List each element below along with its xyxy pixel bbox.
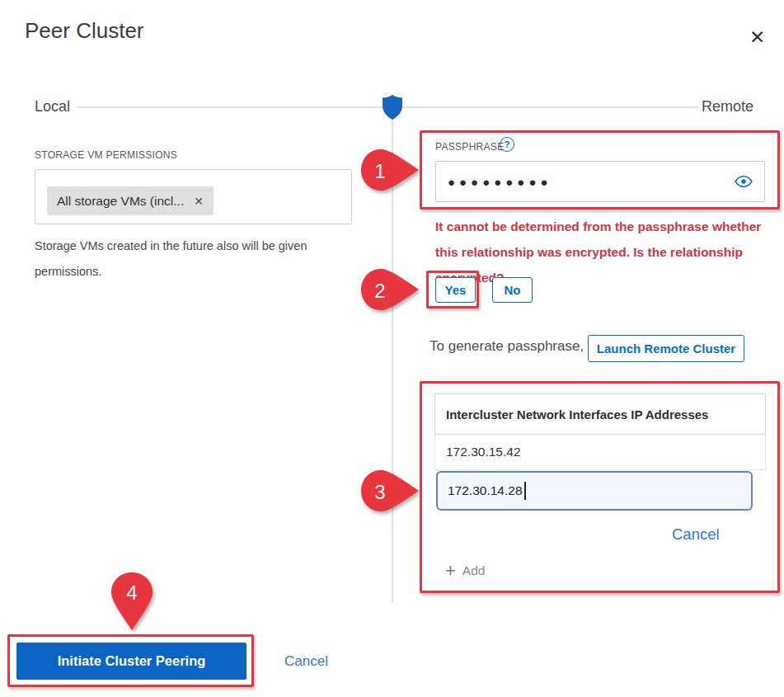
callout-pin-3: 3: [360, 469, 421, 516]
annotation-box-submit: [7, 634, 254, 687]
storage-vm-permissions-label: STORAGE VM PERMISSIONS: [35, 149, 177, 161]
footer-cancel-link[interactable]: Cancel: [284, 653, 328, 670]
generate-passphrase-text: To generate passphrase,: [430, 338, 584, 355]
storage-vm-tag-label: All storage VMs (incl...: [57, 194, 184, 209]
callout-pin-1: 1: [360, 148, 421, 195]
svg-text:2: 2: [374, 280, 385, 302]
svg-text:3: 3: [374, 481, 385, 503]
peer-cluster-dialog: Peer Cluster ✕ Local Remote STORAGE VM P…: [0, 0, 784, 697]
stepper-label-remote: Remote: [702, 98, 753, 115]
page-title: Peer Cluster: [25, 18, 144, 44]
stepper-label-local: Local: [35, 98, 70, 115]
tag-remove-icon[interactable]: ✕: [194, 195, 204, 208]
no-button[interactable]: No: [492, 277, 533, 303]
callout-pin-2: 2: [360, 268, 421, 314]
storage-vm-tag-chip[interactable]: All storage VMs (incl... ✕: [47, 186, 214, 215]
launch-remote-cluster-button[interactable]: Launch Remote Cluster: [588, 335, 744, 362]
annotation-box-interfaces: [420, 381, 780, 593]
callout-pin-4: 4: [110, 572, 153, 636]
svg-text:1: 1: [374, 160, 385, 182]
shield-marker-icon: [383, 95, 402, 123]
close-icon[interactable]: ✕: [744, 25, 770, 50]
annotation-box-passphrase: [420, 130, 780, 210]
annotation-box-yes: [426, 271, 479, 308]
storage-vm-helper-text: Storage VMs created in the future also w…: [35, 233, 348, 285]
svg-text:4: 4: [126, 582, 137, 604]
encryption-warning-text: It cannot be determined from the passphr…: [435, 214, 782, 290]
